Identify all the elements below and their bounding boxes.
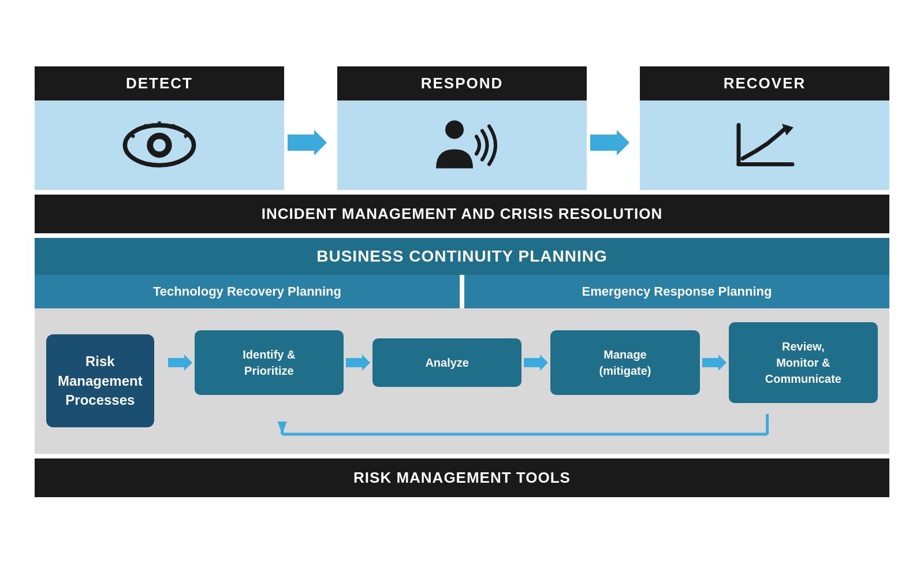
bcp-bar: BUSINESS CONTINUITY PLANNING [35,238,889,275]
incident-bar: INCIDENT MANAGEMENT AND CRISIS RESOLUTIO… [35,195,889,233]
svg-marker-16 [524,355,548,371]
step3-to-step4-arrow [700,355,729,371]
detect-to-respond-arrow [284,98,330,188]
tools-bar: RISK MANAGEMENT TOOLS [35,458,889,497]
planning-row: Technology Recovery Planning Emergency R… [35,275,889,308]
respond-phase: RESPOND [337,66,587,190]
respond-icon-box [337,100,587,190]
emergency-response-label: Emergency Response Planning [464,275,889,308]
svg-marker-10 [590,130,629,155]
process-steps-row: Identify & Prioritize Analyze Manage (mi… [166,322,878,403]
svg-line-4 [144,124,147,128]
svg-line-6 [131,135,135,137]
detect-phase: DETECT [35,66,284,190]
eye-icon [122,118,197,173]
detect-icon-box [35,100,284,190]
step1-to-step2-arrow [344,355,372,371]
step2-to-step3-arrow [521,355,550,371]
svg-line-7 [184,135,188,137]
respond-icon [424,118,500,173]
process-flow: Identify & Prioritize Analyze Manage (mi… [166,322,878,440]
step-analyze: Analyze [372,338,521,387]
respond-label: RESPOND [337,66,587,100]
risk-main-label: RiskManagementProcesses [58,353,143,408]
risk-area: RiskManagementProcesses Identify & Prior… [35,308,889,454]
step-review: Review, Monitor & Communicate [729,322,878,403]
respond-to-recover-arrow [587,98,633,188]
svg-marker-15 [346,355,370,371]
svg-marker-14 [168,355,192,371]
recover-phase: RECOVER [640,66,889,190]
svg-line-5 [172,124,174,128]
step-identify: Identify & Prioritize [195,330,344,395]
recover-icon [730,118,799,173]
arrow-right-icon-2 [590,130,629,155]
step-manage: Manage (mitigate) [550,330,699,395]
planning-divider [460,275,464,308]
arrow-right-icon [288,130,327,155]
arrow-icon [168,355,192,371]
feedback-row [166,411,878,440]
arrow-icon-2 [346,355,370,371]
recover-label: RECOVER [640,66,889,100]
rmp-to-step1-arrow [166,355,195,371]
phases-row: DETECT [35,66,889,190]
risk-management-box: RiskManagementProcesses [46,334,154,427]
tech-recovery-label: Technology Recovery Planning [35,275,460,308]
svg-marker-17 [702,355,726,371]
recover-icon-box [640,100,889,190]
svg-point-9 [445,120,464,139]
arrow-icon-4 [702,355,726,371]
main-diagram: DETECT [35,66,889,497]
arrow-icon-3 [524,355,548,371]
svg-point-2 [153,139,166,151]
detect-label: DETECT [35,66,284,100]
svg-marker-8 [288,130,327,155]
feedback-arrow-icon [195,411,878,440]
